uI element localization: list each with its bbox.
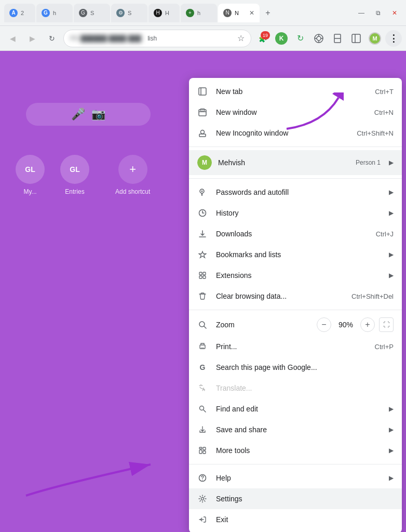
- maximize-button[interactable]: ⧉: [371, 6, 385, 20]
- menu-item-search-google[interactable]: G Search this page with Google...: [189, 357, 402, 378]
- svg-rect-18: [201, 193, 202, 196]
- svg-rect-33: [199, 450, 202, 454]
- menu-item-save-share[interactable]: Save and share ▶: [189, 419, 402, 440]
- save-share-label: Save and share: [216, 425, 378, 434]
- svg-rect-24: [203, 272, 206, 275]
- menu-button[interactable]: ⋮: [385, 30, 402, 47]
- tab-4-label: S: [128, 10, 131, 16]
- window-controls: — ⧉ ✕: [354, 6, 402, 20]
- find-edit-icon: [197, 404, 208, 414]
- print-shortcut: Ctrl+P: [375, 343, 394, 351]
- tab-7-active[interactable]: N N ✕: [218, 4, 260, 22]
- new-tab-button[interactable]: +: [261, 6, 275, 20]
- shortcut-1[interactable]: GL My...: [16, 155, 45, 195]
- svg-rect-7: [352, 34, 360, 43]
- star-icon[interactable]: ☆: [237, 33, 245, 43]
- menu-item-exit[interactable]: Exit: [189, 509, 402, 530]
- menu-item-find-edit[interactable]: Find and edit ▶: [189, 398, 402, 419]
- extensions-arrow: ▶: [389, 272, 394, 279]
- zoom-plus-button[interactable]: +: [360, 317, 375, 332]
- browser-frame: A 2 G h G S ⚙ S H H: [0, 0, 406, 532]
- close-button[interactable]: ✕: [387, 6, 402, 20]
- translate-label: Translate...: [216, 384, 394, 392]
- svg-rect-25: [199, 276, 202, 278]
- mic-icon[interactable]: 🎤: [71, 108, 85, 121]
- menu-item-passwords[interactable]: Passwords and autofill ▶: [189, 182, 402, 203]
- menu-item-profile[interactable]: M Mehvish Person 1 ▶: [189, 150, 402, 175]
- new-tab-label: New tab: [216, 87, 367, 96]
- zoom-minus-button[interactable]: −: [317, 317, 331, 332]
- svg-rect-26: [203, 276, 206, 278]
- sync-icon[interactable]: ↻: [292, 30, 308, 47]
- svg-rect-15: [199, 134, 206, 137]
- clip-icon[interactable]: [329, 30, 346, 47]
- menu-item-history[interactable]: History ▶: [189, 203, 402, 223]
- menu-item-bookmarks[interactable]: Bookmarks and lists ▶: [189, 244, 402, 265]
- print-label: Print...: [216, 342, 367, 351]
- menu-item-help[interactable]: Help ▶: [189, 468, 402, 488]
- tab-2-favicon: G: [42, 9, 50, 17]
- menu-section-view: Zoom − 90% + ⛶ Print... Ctrl+P: [189, 310, 402, 464]
- new-tab-shortcut: Ctrl+T: [375, 88, 394, 96]
- sidebar-icon[interactable]: [348, 30, 364, 47]
- save-share-icon: [197, 424, 208, 435]
- forward-button[interactable]: ▶: [24, 30, 40, 47]
- tab-3[interactable]: G S: [74, 4, 110, 22]
- toolbar-icons: 🧩 19 K ↻: [254, 30, 402, 47]
- incognito-label: New Incognito window: [216, 129, 348, 137]
- back-button[interactable]: ◀: [4, 30, 21, 47]
- shortcut-2-label: Entries: [65, 188, 84, 195]
- shortcut-1-label: My...: [23, 188, 36, 195]
- menu-item-extensions[interactable]: Extensions ▶: [189, 265, 402, 286]
- search-google-icon: G: [197, 362, 208, 373]
- bookmarks-label: Bookmarks and lists: [216, 250, 378, 259]
- tab-5[interactable]: H H: [148, 4, 180, 22]
- new-window-label: New window: [216, 108, 366, 116]
- tab-6-label: h: [197, 10, 200, 16]
- tab-4-favicon: ⚙: [116, 9, 125, 17]
- downloads-shortcut: Ctrl+J: [376, 230, 394, 238]
- svg-rect-23: [199, 272, 202, 275]
- dropdown-menu: New tab Ctrl+T New window Ctrl+N New Inc…: [189, 78, 402, 532]
- tab-2[interactable]: G h: [36, 4, 73, 22]
- menu-item-clear-data[interactable]: Clear browsing data... Ctrl+Shift+Del: [189, 286, 402, 307]
- clear-data-icon: [197, 291, 208, 301]
- minimize-button[interactable]: —: [354, 6, 369, 20]
- more-tools-arrow: ▶: [389, 447, 394, 454]
- profile-avatar-button[interactable]: M: [367, 30, 383, 47]
- shortcut-2[interactable]: GL Entries: [60, 155, 89, 195]
- menu-item-more-tools[interactable]: More tools ▶: [189, 440, 402, 461]
- profile-k-icon[interactable]: K: [273, 30, 290, 47]
- extensions-menu-icon: [197, 270, 208, 281]
- add-shortcut-label: Add shortcut: [115, 188, 150, 195]
- tab-1[interactable]: A 2: [4, 4, 35, 22]
- menu-item-new-window[interactable]: New window Ctrl+N: [189, 102, 402, 123]
- tab-7-close[interactable]: ✕: [249, 9, 254, 17]
- find-edit-label: Find and edit: [216, 405, 378, 413]
- menu-item-downloads[interactable]: Downloads Ctrl+J: [189, 223, 402, 244]
- svg-rect-11: [199, 110, 206, 116]
- camera-icon[interactable]: 📷: [91, 108, 105, 121]
- extensions-icon[interactable]: 🧩 19: [254, 30, 271, 47]
- tab-6[interactable]: + h: [181, 4, 217, 22]
- tab-4[interactable]: ⚙ S: [111, 4, 147, 22]
- reload-button[interactable]: ↻: [44, 30, 60, 47]
- tab-group: A 2 G h G S ⚙ S H H: [4, 4, 350, 22]
- puzzle-icon[interactable]: [310, 30, 327, 47]
- zoom-controls: − 90% + ⛶: [317, 317, 394, 332]
- menu-item-incognito[interactable]: New Incognito window Ctrl+Shift+N: [189, 123, 402, 143]
- address-bar[interactable]: PD ██████ ████ ███ lish ☆: [63, 30, 251, 47]
- menu-item-new-tab[interactable]: New tab Ctrl+T: [189, 81, 402, 102]
- passwords-icon: [197, 187, 208, 197]
- add-shortcut[interactable]: + Add shortcut: [115, 155, 150, 195]
- profile-avatar: M: [197, 155, 212, 170]
- search-bar[interactable]: 🎤 📷: [26, 103, 151, 126]
- menu-item-settings[interactable]: Settings: [189, 488, 402, 509]
- zoom-fullscreen-button[interactable]: ⛶: [379, 317, 394, 332]
- more-tools-label: More tools: [216, 446, 378, 455]
- svg-rect-34: [203, 447, 206, 450]
- incognito-shortcut: Ctrl+Shift+N: [357, 129, 394, 137]
- svg-point-1: [317, 36, 321, 41]
- add-shortcut-icon: +: [118, 155, 147, 184]
- menu-item-print[interactable]: Print... Ctrl+P: [189, 336, 402, 357]
